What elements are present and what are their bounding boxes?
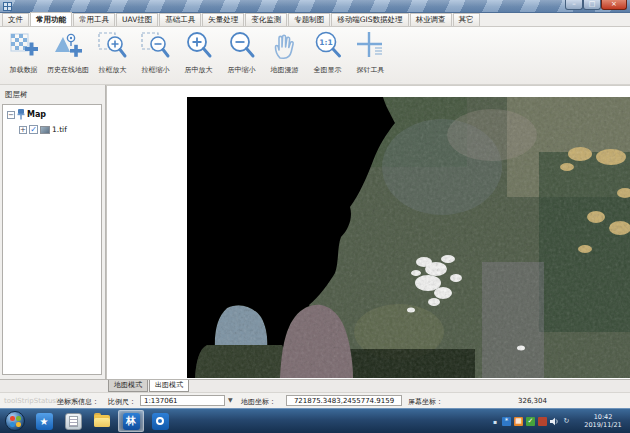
screen-coord-value: 326,304: [518, 397, 547, 405]
history-online-map-icon: [52, 30, 84, 62]
box-zoom-out-icon: [140, 30, 172, 62]
toolbar-button-label: 拉框缩小: [142, 65, 170, 75]
probe-tool-icon: [355, 30, 387, 62]
toolbar-button-label: 地图漫游: [271, 65, 299, 75]
tab-common-tools[interactable]: 常用工具: [73, 13, 115, 26]
tab-thematic-mapping[interactable]: 专题制图: [288, 13, 330, 26]
expand-expander-icon[interactable]: +: [19, 126, 27, 134]
taskbar-app-notepad[interactable]: [60, 410, 86, 432]
toolbar-button-label: 全图显示: [314, 65, 342, 75]
full-extent-button[interactable]: 1:1 全图显示: [306, 30, 349, 82]
layer-node-label[interactable]: 1.tif: [52, 125, 67, 134]
center-zoom-in-icon: [183, 30, 215, 62]
star-app-icon: ★: [36, 413, 53, 430]
history-online-map-button[interactable]: 历史在线地图: [45, 30, 91, 82]
toolbar-button-label: 历史在线地图: [47, 65, 89, 75]
tray-snowflake-icon[interactable]: *: [502, 417, 511, 426]
center-zoom-in-button[interactable]: 居中放大: [177, 30, 220, 82]
layout-mode-tab[interactable]: 出图模式: [149, 380, 189, 392]
taskbar-app-explorer[interactable]: [89, 410, 115, 432]
full-extent-icon: 1:1: [312, 30, 344, 62]
scale-label: 比例尺：: [108, 397, 136, 407]
title-bar[interactable]: – □ ×: [0, 0, 630, 13]
map-mode-tab[interactable]: 地图模式: [108, 380, 148, 392]
toolbar-button-label: 居中缩小: [228, 65, 256, 75]
notepad-app-icon: [65, 413, 82, 430]
minimize-button[interactable]: –: [565, 0, 583, 10]
volume-icon[interactable]: [550, 417, 559, 426]
status-bar: toolStripStatusLabel1 坐标系信息： 比例尺： 1:1370…: [0, 392, 630, 408]
taskbar-app-o[interactable]: [147, 410, 173, 432]
tab-basic-tools[interactable]: 基础工具: [159, 13, 201, 26]
center-zoom-out-icon: [226, 30, 258, 62]
tab-change-monitoring[interactable]: 变化监测: [245, 13, 287, 26]
maximize-button[interactable]: □: [583, 0, 601, 10]
o-app-icon: [152, 413, 169, 430]
app-icon: [3, 2, 12, 11]
ribbon-tab-strip: 文件 常用功能 常用工具 UAV挂图 基础工具 矢量处理 变化监测 专题制图 移…: [0, 13, 630, 27]
tab-forestry-survey[interactable]: 林业调查: [410, 13, 452, 26]
application-window: – □ × 文件 常用功能 常用工具 UAV挂图 基础工具 矢量处理 变化监测 …: [0, 0, 630, 433]
tab-common-functions[interactable]: 常用功能: [30, 12, 72, 26]
load-data-icon: [8, 30, 40, 62]
taskbar-clock[interactable]: 10:42 2019/11/21: [580, 413, 626, 429]
start-button[interactable]: [5, 411, 25, 431]
load-data-button[interactable]: 加载数据: [2, 30, 45, 82]
toolbar-button-label: 居中放大: [185, 65, 213, 75]
system-tray: ▪ * ▦ ✓ ↻ 10:42 2019/11/21: [493, 413, 630, 429]
tab-mobile-gis-data[interactable]: 移动端GIS数据处理: [331, 13, 408, 26]
coord-system-label: 坐标系信息：: [57, 397, 99, 407]
tree-node-layer[interactable]: + ✓ 1.tif: [19, 124, 101, 135]
satellite-raster: [187, 97, 630, 378]
forestry-app-icon: 林: [123, 413, 140, 430]
box-zoom-in-button[interactable]: 拉框放大: [91, 30, 134, 82]
raster-thumbnail-icon: [40, 126, 50, 134]
view-mode-tab-strip: 地图模式 出图模式: [0, 379, 630, 392]
main-toolbar: 加载数据 历史在线地图 拉框放大: [0, 27, 630, 85]
center-zoom-out-button[interactable]: 居中缩小: [220, 30, 263, 82]
tray-flag-icon[interactable]: [538, 417, 547, 426]
clock-date: 2019/11/21: [580, 421, 626, 429]
pushpin-icon: [17, 109, 25, 120]
tab-uav-map[interactable]: UAV挂图: [116, 13, 158, 26]
box-zoom-in-icon: [97, 30, 129, 62]
map-coord-label: 地图坐标：: [241, 397, 276, 407]
tab-vector-processing[interactable]: 矢量处理: [202, 13, 244, 26]
layer-visibility-checkbox[interactable]: ✓: [29, 125, 38, 134]
tray-safety-icon[interactable]: ✓: [526, 417, 535, 426]
scale-input[interactable]: 1:137061: [140, 395, 225, 406]
show-hidden-icons-button[interactable]: ▪: [493, 418, 497, 425]
box-zoom-out-button[interactable]: 拉框缩小: [134, 30, 177, 82]
layer-panel-title: 图层树: [5, 90, 28, 100]
sync-icon[interactable]: ↻: [562, 417, 571, 426]
taskbar-app-forestry[interactable]: 林: [118, 410, 144, 432]
folder-icon: [94, 415, 110, 427]
layer-panel: 图层树 − Map + ✓ 1.tif: [0, 85, 106, 379]
map-pan-button[interactable]: 地图漫游: [263, 30, 306, 82]
map-coord-value: 721875.3483,2455774.9159: [286, 395, 402, 406]
scale-dropdown-icon[interactable]: ▼: [228, 396, 233, 403]
screen-coord-label: 屏幕坐标：: [408, 397, 443, 407]
windows-taskbar: ★ 林 ▪ * ▦ ✓ ↻ 10:42: [0, 408, 630, 433]
tab-other[interactable]: 其它: [453, 13, 480, 26]
layer-tree[interactable]: − Map + ✓ 1.tif: [2, 104, 102, 375]
toolbar-button-label: 加载数据: [10, 65, 38, 75]
tree-node-map[interactable]: − Map: [7, 109, 101, 120]
workspace: 图层树 − Map + ✓ 1.tif: [0, 85, 630, 379]
root-node-label[interactable]: Map: [27, 110, 46, 119]
tab-file[interactable]: 文件: [2, 13, 29, 26]
taskbar-app-star[interactable]: ★: [31, 410, 57, 432]
clock-time: 10:42: [580, 413, 626, 421]
window-controls: – □ ×: [565, 0, 627, 10]
probe-tool-button[interactable]: 探针工具: [349, 30, 392, 82]
map-canvas[interactable]: [106, 85, 630, 379]
aero-glass-texture: [0, 0, 630, 12]
collapse-expander-icon[interactable]: −: [7, 111, 15, 119]
full-extent-ratio-text: 1:1: [319, 38, 332, 47]
map-pan-icon: [269, 30, 301, 62]
toolbar-button-label: 探针工具: [357, 65, 385, 75]
close-button[interactable]: ×: [601, 0, 627, 10]
toolbar-button-label: 拉框放大: [99, 65, 127, 75]
tray-grid-icon[interactable]: ▦: [514, 417, 523, 426]
